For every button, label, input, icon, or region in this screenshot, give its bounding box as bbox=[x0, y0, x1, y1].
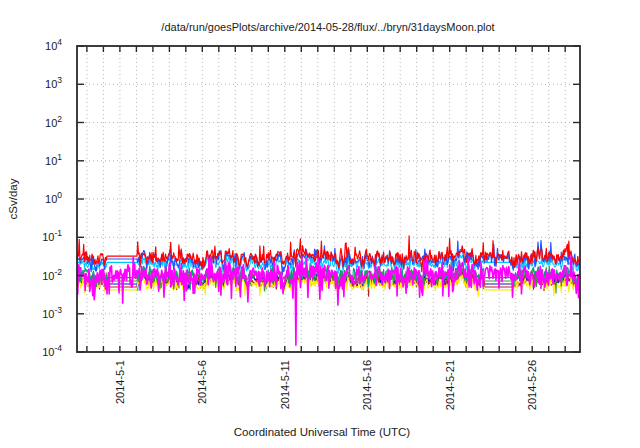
x-tick-label: 2014-5-26 bbox=[526, 360, 538, 410]
y-tick-label: 100 bbox=[45, 190, 62, 205]
x-tick-label: 2014-5-11 bbox=[279, 360, 291, 409]
y-tick-label: 10-3 bbox=[42, 305, 62, 320]
tick-label-layer: 10410310210110010-110-210-310-42014-5-12… bbox=[42, 37, 538, 410]
series-line-magenta bbox=[77, 255, 580, 345]
y-axis-title: cSv/day bbox=[7, 178, 19, 219]
x-axis-title: Coordinated Universal Time (UTC) bbox=[234, 426, 411, 438]
chart: /data/run/goesPlots/archive/2014-05-28/f… bbox=[0, 0, 640, 448]
grid-layer bbox=[77, 46, 580, 352]
y-tick-label: 10-2 bbox=[42, 267, 62, 282]
chart-title: /data/run/goesPlots/archive/2014-05-28/f… bbox=[161, 21, 494, 33]
y-tick-label: 101 bbox=[45, 152, 62, 167]
x-tick-label: 2014-5-6 bbox=[196, 360, 208, 404]
y-tick-label: 10-4 bbox=[42, 343, 62, 358]
y-tick-label: 103 bbox=[45, 75, 62, 90]
x-tick-label: 2014-5-16 bbox=[361, 360, 373, 410]
x-tick-label: 2014-5-1 bbox=[114, 360, 126, 404]
y-tick-label: 102 bbox=[45, 114, 62, 129]
x-tick-label: 2014-5-21 bbox=[444, 360, 456, 410]
y-tick-label: 104 bbox=[45, 37, 62, 52]
y-tick-label: 10-1 bbox=[42, 228, 62, 243]
